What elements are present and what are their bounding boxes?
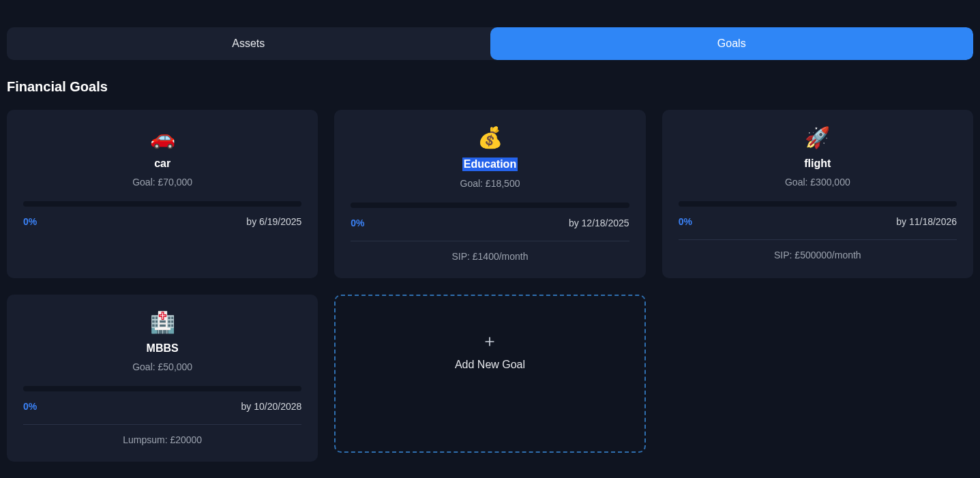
- tab-goals[interactable]: Goals: [490, 27, 974, 60]
- progress-percent: 0%: [351, 218, 364, 228]
- goal-name: MBBS: [147, 342, 179, 355]
- progress-percent: 0%: [679, 216, 692, 227]
- hospital-icon: 🏥: [150, 312, 175, 333]
- goal-card-education[interactable]: 💰 Education Goal: £18,500 0% by 12/18/20…: [334, 110, 645, 278]
- divider: [351, 241, 629, 241]
- progress-bar: [351, 203, 629, 208]
- goal-sip: SIP: £500000/month: [774, 250, 861, 260]
- rocket-icon: 🚀: [805, 128, 830, 148]
- goal-lumpsum: Lumpsum: £20000: [123, 434, 202, 445]
- goal-deadline: by 11/18/2026: [896, 216, 957, 227]
- progress-row: 0% by 12/18/2025: [351, 218, 629, 228]
- goal-amount: Goal: £18,500: [460, 178, 520, 189]
- progress-bar: [23, 201, 301, 207]
- progress-bar: [679, 201, 957, 207]
- tab-bar: Assets Goals: [7, 27, 973, 60]
- progress-percent: 0%: [23, 401, 37, 412]
- add-goal-label: Add New Goal: [455, 359, 525, 371]
- goal-deadline: by 10/20/2028: [241, 401, 302, 412]
- money-bag-icon: 💰: [477, 128, 503, 148]
- goal-amount: Goal: £70,000: [132, 177, 192, 188]
- goal-name: car: [154, 158, 170, 170]
- tab-goals-label: Goals: [717, 38, 746, 50]
- goal-name: Education: [462, 158, 518, 171]
- goal-amount: Goal: £50,000: [132, 361, 192, 372]
- progress-row: 0% by 10/20/2028: [23, 401, 301, 412]
- divider: [23, 424, 301, 425]
- plus-icon: [482, 334, 497, 349]
- progress-row: 0% by 6/19/2025: [23, 216, 301, 227]
- tab-assets[interactable]: Assets: [7, 27, 490, 60]
- goal-card-flight[interactable]: 🚀 flight Goal: £300,000 0% by 11/18/2026…: [662, 110, 973, 278]
- goal-deadline: by 6/19/2025: [246, 216, 301, 227]
- progress-percent: 0%: [23, 216, 37, 227]
- goal-card-mbbs[interactable]: 🏥 MBBS Goal: £50,000 0% by 10/20/2028 Lu…: [7, 295, 318, 462]
- goal-name: flight: [804, 158, 831, 170]
- goal-amount: Goal: £300,000: [785, 177, 850, 188]
- goal-grid: 🚗 car Goal: £70,000 0% by 6/19/2025 💰 Ed…: [7, 110, 973, 462]
- car-icon: 🚗: [150, 128, 175, 148]
- section-title: Financial Goals: [7, 79, 973, 95]
- goal-deadline: by 12/18/2025: [569, 218, 629, 228]
- tab-assets-label: Assets: [232, 38, 265, 50]
- goal-sip: SIP: £1400/month: [451, 251, 528, 262]
- progress-bar: [23, 386, 301, 391]
- progress-row: 0% by 11/18/2026: [679, 216, 957, 227]
- add-goal-button[interactable]: Add New Goal: [334, 295, 645, 453]
- goal-card-car[interactable]: 🚗 car Goal: £70,000 0% by 6/19/2025: [7, 110, 318, 278]
- divider: [679, 239, 957, 240]
